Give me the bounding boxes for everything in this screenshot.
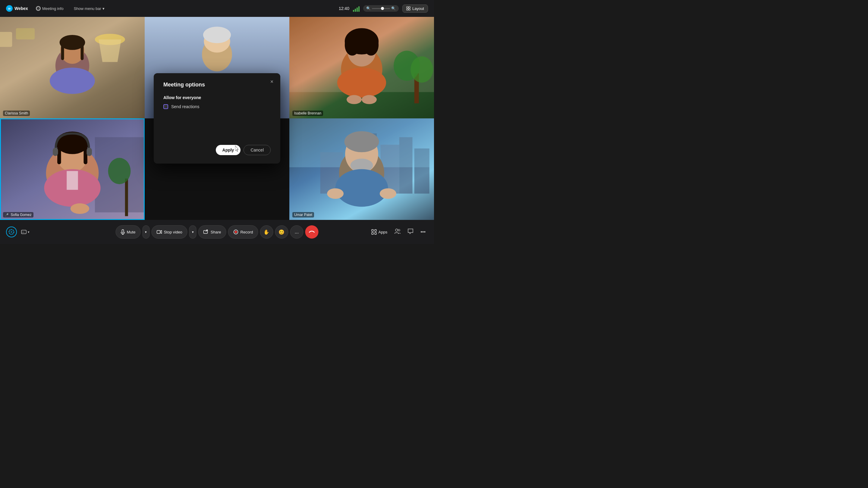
- zoom-control[interactable]: 🔍 🔍: [363, 5, 399, 12]
- share-button[interactable]: Share: [198, 225, 226, 238]
- layout-button[interactable]: Layout: [402, 4, 428, 13]
- layout-icon: [406, 6, 410, 10]
- caption-button[interactable]: CC ▾: [19, 229, 31, 235]
- modal-spacer: [163, 115, 271, 139]
- svg-point-79: [235, 231, 237, 233]
- reactions-icon: 😊: [278, 229, 284, 235]
- svg-point-68: [10, 231, 12, 233]
- stop-video-caret-icon: ▾: [192, 230, 194, 234]
- svg-point-84: [396, 229, 398, 231]
- participants-button[interactable]: [392, 227, 403, 237]
- chevron-down-icon: ▾: [102, 6, 104, 11]
- mute-caret-icon: ▾: [145, 230, 147, 234]
- record-label: Record: [241, 230, 253, 234]
- show-menu-label: Show menu bar: [74, 6, 101, 11]
- modal-close-button[interactable]: ×: [268, 77, 276, 86]
- signal-icon: [353, 5, 360, 12]
- svg-text:i: i: [38, 7, 38, 10]
- layout-label: Layout: [412, 6, 424, 11]
- meeting-info-button[interactable]: i Meeting info: [33, 5, 66, 12]
- raise-hand-button[interactable]: ✋: [260, 225, 273, 238]
- svg-rect-83: [375, 233, 376, 234]
- svg-rect-80: [372, 230, 373, 231]
- show-menu-button[interactable]: Show menu bar ▾: [71, 5, 107, 12]
- bottom-bar-center: Mute ▾ Stop video ▾ Share: [116, 225, 318, 238]
- bottom-bar-left: CC ▾: [6, 227, 31, 237]
- top-bar-right: 12:40 🔍 🔍 Layout: [339, 4, 428, 13]
- more-dots-icon: ...: [295, 229, 299, 235]
- apps-button[interactable]: Apps: [369, 228, 390, 236]
- zoom-out-icon: 🔍: [366, 6, 371, 10]
- svg-text:W: W: [8, 7, 11, 10]
- svg-rect-4: [407, 7, 408, 8]
- record-button[interactable]: Record: [228, 225, 258, 238]
- info-icon: i: [36, 6, 41, 11]
- stop-video-caret-button[interactable]: ▾: [189, 225, 196, 238]
- caption-icon: CC: [21, 230, 27, 234]
- svg-marker-75: [160, 230, 161, 233]
- share-label: Share: [211, 230, 221, 234]
- meeting-options-modal: × Meeting options Allow for everyone Sen…: [154, 73, 280, 164]
- chat-icon: [408, 229, 413, 234]
- apply-button[interactable]: Apply: [216, 145, 241, 155]
- allow-for-everyone-label: Allow for everyone: [163, 95, 271, 100]
- svg-rect-82: [372, 233, 373, 234]
- more-bottom-right-button[interactable]: •••: [418, 227, 428, 236]
- end-call-button[interactable]: [305, 225, 318, 238]
- time-display: 12:40: [339, 6, 349, 11]
- caption-arrow: ▾: [28, 230, 30, 234]
- bottom-bar: CC ▾ Mute ▾ Stop video: [0, 220, 434, 244]
- apps-grid-icon: [371, 229, 377, 235]
- zoom-in-icon: 🔍: [391, 6, 396, 10]
- svg-text:CC: CC: [22, 231, 25, 233]
- signal-bar-1: [353, 10, 354, 12]
- zoom-slider[interactable]: [372, 8, 390, 9]
- svg-rect-71: [122, 230, 124, 233]
- raise-hand-icon: ✋: [264, 229, 270, 235]
- svg-rect-5: [409, 7, 410, 8]
- svg-rect-81: [375, 230, 376, 231]
- top-bar: W Webex i Meeting info Show menu bar ▾ 1…: [0, 0, 434, 17]
- send-reactions-label: Send reactions: [171, 104, 199, 109]
- signal-bar-3: [356, 7, 358, 12]
- more-dots-right-icon: •••: [421, 229, 426, 234]
- participants-icon: [395, 229, 401, 234]
- mute-label: Mute: [127, 230, 135, 234]
- stop-video-button[interactable]: Stop video: [151, 225, 187, 238]
- camera-icon: [156, 230, 162, 234]
- send-reactions-checkbox[interactable]: [163, 104, 168, 109]
- apps-label: Apps: [378, 230, 388, 234]
- app-name-label: Webex: [14, 6, 28, 11]
- mute-button[interactable]: Mute: [116, 225, 141, 238]
- more-options-button[interactable]: ...: [290, 225, 303, 238]
- svg-rect-6: [407, 9, 408, 10]
- top-bar-left: W Webex i Meeting info Show menu bar ▾: [6, 5, 107, 12]
- webex-logo: W Webex: [6, 5, 28, 12]
- modal-footer: Apply Cancel: [163, 139, 271, 155]
- bottom-bar-right: Apps •••: [369, 227, 428, 237]
- webex-status-icon[interactable]: [6, 227, 17, 237]
- chat-button[interactable]: [405, 227, 415, 237]
- webex-ring-icon: [8, 229, 14, 235]
- svg-point-85: [398, 229, 400, 231]
- cancel-button[interactable]: Cancel: [244, 145, 271, 155]
- end-call-icon: [309, 230, 315, 234]
- record-icon: [233, 229, 239, 235]
- meeting-info-label: Meeting info: [42, 6, 64, 11]
- modal-overlay: × Meeting options Allow for everyone Sen…: [0, 17, 434, 220]
- svg-rect-7: [409, 9, 410, 10]
- microphone-icon: [121, 229, 125, 235]
- svg-rect-76: [204, 230, 208, 233]
- reactions-button[interactable]: 😊: [275, 225, 288, 238]
- svg-rect-74: [157, 230, 160, 233]
- share-icon: [204, 230, 209, 234]
- signal-bar-4: [358, 6, 360, 12]
- modal-title: Meeting options: [163, 82, 271, 88]
- stop-video-label: Stop video: [164, 230, 182, 234]
- send-reactions-row: Send reactions: [163, 104, 271, 109]
- signal-bar-2: [355, 9, 356, 12]
- mute-caret-button[interactable]: ▾: [142, 225, 150, 238]
- webex-logo-icon: W: [6, 5, 13, 12]
- zoom-slider-thumb: [381, 7, 384, 10]
